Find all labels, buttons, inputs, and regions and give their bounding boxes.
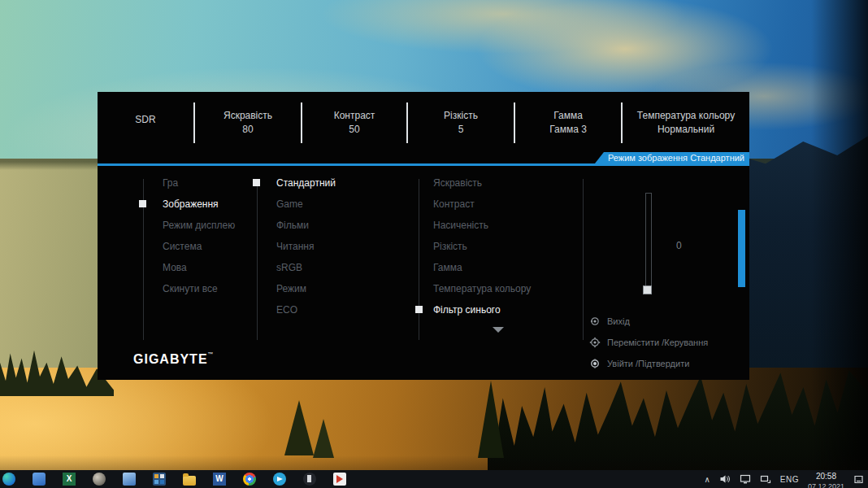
setting-item-color-temp[interactable]: Температура кольору bbox=[433, 278, 531, 299]
gigabyte-logo-text: GIGABYTE bbox=[133, 352, 208, 366]
trademark-symbol: ™ bbox=[208, 351, 215, 357]
status-value: 80 bbox=[242, 124, 253, 136]
slider-value: 0 bbox=[676, 240, 682, 251]
mode-item-eco[interactable]: ECO bbox=[276, 299, 336, 320]
joystick-move-icon bbox=[588, 336, 601, 349]
status-value: 5 bbox=[458, 124, 464, 136]
tree-silhouette bbox=[478, 381, 504, 458]
hint-label: Вихід bbox=[607, 316, 630, 326]
status-cell-sharpness: Різкість 5 bbox=[408, 92, 514, 153]
system-tray: ∧ ENG 20:58 07.12.2021 bbox=[704, 470, 868, 488]
menu-column-settings: Яскравість Контраст Насиченість Різкість… bbox=[433, 172, 531, 320]
hint-move-control: Перемістити /Керування bbox=[588, 336, 708, 349]
mode-item-movie[interactable]: Фільми bbox=[276, 215, 336, 236]
monitor-screen: SDR Яскравість 80 Контраст 50 Різкість 5… bbox=[0, 0, 868, 488]
mode-item-reader[interactable]: Читання bbox=[276, 236, 336, 257]
media-app-icon[interactable] bbox=[333, 473, 346, 486]
menu-item-system[interactable]: Система bbox=[163, 236, 235, 257]
mode-item-mode[interactable]: Режим bbox=[276, 278, 336, 299]
joystick-left-icon bbox=[588, 315, 601, 328]
windows-taskbar: X W ∧ ENG 20:58 07.12.20 bbox=[0, 470, 868, 488]
mode-item-srgb[interactable]: sRGB bbox=[276, 257, 336, 278]
menu-item-game[interactable]: Гра bbox=[163, 172, 235, 194]
status-title: Контраст bbox=[334, 110, 375, 122]
setting-item-brightness[interactable]: Яскравість bbox=[433, 172, 531, 194]
status-value: Гамма 3 bbox=[549, 124, 587, 136]
status-value: Нормальний bbox=[658, 124, 714, 136]
osd-status-bar: SDR Яскравість 80 Контраст 50 Різкість 5… bbox=[98, 92, 749, 153]
tray-time: 20:58 bbox=[816, 472, 836, 481]
mail-app-icon[interactable] bbox=[33, 473, 46, 486]
chrome-icon[interactable] bbox=[243, 473, 256, 486]
column-divider bbox=[419, 179, 419, 340]
setting-item-gamma[interactable]: Гамма bbox=[433, 257, 531, 278]
status-title: Яскравість bbox=[224, 110, 272, 122]
calculator-icon[interactable] bbox=[153, 473, 166, 486]
column-divider bbox=[257, 179, 258, 340]
setting-item-saturation[interactable]: Насиченість bbox=[433, 215, 531, 236]
status-cell-signal: SDR bbox=[98, 92, 193, 153]
status-title: SDR bbox=[135, 114, 155, 126]
setting-item-contrast[interactable]: Контраст bbox=[433, 194, 531, 215]
tree-silhouette bbox=[313, 419, 334, 458]
column-divider bbox=[583, 179, 584, 340]
scroll-down-arrow-icon[interactable] bbox=[493, 327, 504, 333]
value-slider-handle[interactable] bbox=[643, 285, 652, 294]
status-title: Температура кольору bbox=[637, 110, 735, 122]
joystick-press-icon bbox=[588, 357, 601, 370]
gigabyte-logo: GIGABYTE™ bbox=[133, 352, 215, 367]
status-cell-contrast: Контраст 50 bbox=[302, 92, 406, 153]
menu-column-main: Гра Зображення Режим дисплею Система Мов… bbox=[163, 172, 235, 299]
menu-item-language[interactable]: Мова bbox=[163, 257, 235, 278]
hint-exit: Вихід bbox=[588, 315, 630, 328]
edge-icon[interactable] bbox=[2, 473, 15, 486]
folder-icon[interactable] bbox=[183, 476, 196, 486]
accent-divider-line bbox=[98, 163, 749, 166]
setting-item-blue-light-filter[interactable]: Фільтр синього bbox=[433, 299, 531, 320]
epic-games-icon[interactable] bbox=[303, 473, 316, 486]
status-value: 50 bbox=[349, 124, 359, 136]
taskbar-pinned-apps: X W bbox=[0, 473, 346, 486]
status-cell-gamma: Гамма Гамма 3 bbox=[515, 92, 621, 153]
volume-icon[interactable] bbox=[719, 470, 731, 488]
notes-app-icon[interactable] bbox=[123, 473, 136, 486]
setting-item-sharpness[interactable]: Різкість bbox=[433, 236, 531, 257]
photo-vignette-right bbox=[811, 0, 868, 488]
osd-panel: SDR Яскравість 80 Контраст 50 Різкість 5… bbox=[98, 92, 749, 380]
steam-icon[interactable] bbox=[93, 473, 106, 486]
picture-mode-badge: Режим зображення Стандартний bbox=[595, 152, 749, 163]
status-cell-color-temp: Температура кольору Нормальний bbox=[623, 92, 749, 153]
value-slider-track[interactable] bbox=[645, 193, 652, 292]
menu-item-reset-all[interactable]: Скинути все bbox=[163, 278, 235, 299]
hint-label: Увійти /Підтвердити bbox=[607, 359, 689, 368]
menu-column-picture-modes: Стандартний Game Фільми Читання sRGB Реж… bbox=[276, 172, 336, 320]
osd-scrollbar[interactable] bbox=[738, 210, 745, 287]
network-icon[interactable] bbox=[760, 470, 771, 488]
tray-date: 07.12.2021 bbox=[808, 481, 844, 488]
status-title: Різкість bbox=[444, 110, 478, 122]
telegram-icon[interactable] bbox=[273, 473, 286, 486]
word-icon[interactable]: W bbox=[213, 473, 226, 486]
mode-item-standard[interactable]: Стандартний bbox=[276, 172, 336, 194]
hint-enter-confirm: Увійти /Підтвердити bbox=[588, 357, 689, 370]
language-indicator[interactable]: ENG bbox=[780, 470, 799, 488]
display-tray-icon[interactable] bbox=[740, 470, 751, 488]
menu-item-picture[interactable]: Зображення bbox=[163, 194, 235, 215]
excel-icon[interactable]: X bbox=[63, 473, 76, 486]
status-cell-brightness: Яскравість 80 bbox=[195, 92, 301, 153]
hint-label: Перемістити /Керування bbox=[607, 338, 708, 347]
action-center-icon[interactable] bbox=[853, 470, 864, 488]
tree-silhouette bbox=[284, 400, 314, 455]
menu-item-display-mode[interactable]: Режим дисплею bbox=[163, 215, 235, 236]
status-title: Гамма bbox=[553, 110, 583, 122]
mode-item-game[interactable]: Game bbox=[276, 194, 336, 215]
tray-chevron-up-icon[interactable]: ∧ bbox=[704, 470, 710, 488]
tray-clock[interactable]: 20:58 07.12.2021 bbox=[808, 470, 844, 488]
